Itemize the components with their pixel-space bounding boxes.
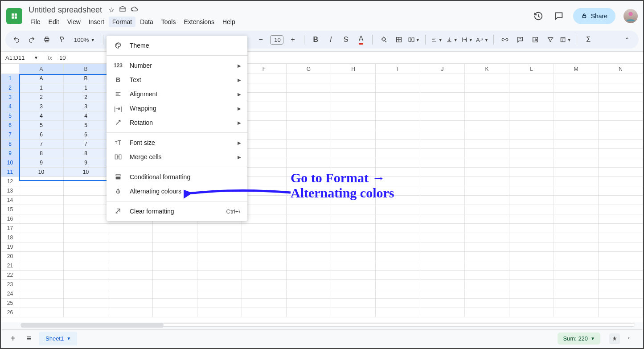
- fill-color-button[interactable]: [378, 34, 390, 45]
- cell[interactable]: [19, 205, 64, 214]
- cell[interactable]: [376, 261, 420, 271]
- cell[interactable]: [420, 83, 465, 93]
- cell[interactable]: [420, 261, 465, 271]
- cell[interactable]: [287, 93, 331, 102]
- cell[interactable]: [19, 299, 64, 308]
- cell[interactable]: [331, 289, 376, 299]
- cell[interactable]: [554, 261, 599, 271]
- cell[interactable]: [331, 242, 376, 252]
- cell[interactable]: 3: [64, 102, 108, 111]
- cell[interactable]: [242, 242, 287, 252]
- cell[interactable]: [599, 271, 643, 280]
- cell[interactable]: [376, 83, 420, 93]
- cell[interactable]: 10: [64, 168, 108, 177]
- cell[interactable]: [242, 299, 287, 308]
- cell[interactable]: [331, 74, 376, 83]
- row-header-23[interactable]: 23: [1, 280, 19, 289]
- cell[interactable]: 9: [64, 158, 108, 168]
- cell[interactable]: [64, 308, 108, 317]
- cell[interactable]: [197, 299, 242, 308]
- cell[interactable]: [509, 233, 554, 242]
- cell[interactable]: [465, 271, 509, 280]
- cell[interactable]: [599, 130, 643, 140]
- cell[interactable]: [509, 214, 554, 224]
- cell[interactable]: [242, 224, 287, 233]
- column-header-K[interactable]: K: [465, 64, 509, 74]
- cell[interactable]: [242, 102, 287, 111]
- menu-item-merge-cells[interactable]: Merge cells▶: [107, 150, 247, 164]
- filter-views-button[interactable]: ▼: [560, 34, 571, 45]
- cell[interactable]: [331, 280, 376, 289]
- menu-format[interactable]: Format: [109, 16, 135, 27]
- cell[interactable]: [287, 149, 331, 158]
- font-size-increase[interactable]: +: [287, 34, 299, 45]
- explore-button[interactable]: [609, 333, 620, 344]
- cell[interactable]: [331, 83, 376, 93]
- cell[interactable]: [554, 121, 599, 130]
- cell[interactable]: [554, 93, 599, 102]
- cell[interactable]: [509, 83, 554, 93]
- cell[interactable]: [153, 280, 197, 289]
- cell[interactable]: [242, 149, 287, 158]
- cell[interactable]: [331, 233, 376, 242]
- redo-button[interactable]: [26, 34, 37, 45]
- cell[interactable]: [376, 233, 420, 242]
- cell[interactable]: [108, 242, 153, 252]
- insert-chart-button[interactable]: [529, 34, 541, 45]
- cell[interactable]: [509, 289, 554, 299]
- cell[interactable]: [465, 83, 509, 93]
- cell[interactable]: [465, 121, 509, 130]
- quick-sum-pill[interactable]: Sum: 220 ▼: [558, 333, 600, 345]
- functions-button[interactable]: Σ: [582, 34, 594, 45]
- cell[interactable]: [509, 299, 554, 308]
- cell[interactable]: [599, 111, 643, 121]
- cell[interactable]: [376, 158, 420, 168]
- cell[interactable]: [287, 224, 331, 233]
- cell[interactable]: [420, 280, 465, 289]
- cell[interactable]: [465, 177, 509, 186]
- menu-item-number[interactable]: 123Number▶: [107, 58, 247, 73]
- cell[interactable]: [599, 261, 643, 271]
- row-header-19[interactable]: 19: [1, 242, 19, 252]
- merge-cells-button[interactable]: ▼: [408, 34, 420, 45]
- cell[interactable]: [599, 93, 643, 102]
- cell[interactable]: B: [64, 74, 108, 83]
- cell[interactable]: [331, 168, 376, 177]
- cell[interactable]: [287, 205, 331, 214]
- collapse-toolbar-button[interactable]: ⌃: [621, 33, 633, 46]
- cell[interactable]: [64, 261, 108, 271]
- menu-item-font-size[interactable]: TTFont size▶: [107, 135, 247, 150]
- cell[interactable]: [376, 111, 420, 121]
- cell[interactable]: [64, 205, 108, 214]
- menu-data[interactable]: Data: [136, 16, 157, 27]
- cell[interactable]: [197, 271, 242, 280]
- cell[interactable]: [331, 224, 376, 233]
- row-header-5[interactable]: 5: [1, 111, 19, 121]
- cell[interactable]: [509, 93, 554, 102]
- cell[interactable]: 6: [64, 130, 108, 140]
- cell[interactable]: [420, 196, 465, 205]
- menu-view[interactable]: View: [64, 16, 84, 27]
- undo-button[interactable]: [11, 34, 22, 45]
- cell[interactable]: [376, 308, 420, 317]
- cell[interactable]: [599, 205, 643, 214]
- cell[interactable]: [554, 74, 599, 83]
- cell[interactable]: [242, 289, 287, 299]
- cell[interactable]: [420, 121, 465, 130]
- row-header-1[interactable]: 1: [1, 74, 19, 83]
- borders-button[interactable]: [393, 34, 405, 45]
- cell[interactable]: 9: [19, 158, 64, 168]
- cell[interactable]: [64, 186, 108, 196]
- column-header-B[interactable]: B: [64, 64, 108, 74]
- filter-button[interactable]: [545, 34, 556, 45]
- cell[interactable]: [64, 280, 108, 289]
- row-header-13[interactable]: 13: [1, 186, 19, 196]
- font-size-input[interactable]: 10: [270, 35, 283, 45]
- cell[interactable]: [108, 271, 153, 280]
- cell[interactable]: [420, 158, 465, 168]
- row-header-10[interactable]: 10: [1, 158, 19, 168]
- cell[interactable]: [420, 111, 465, 121]
- cell[interactable]: [465, 158, 509, 168]
- paint-format-button[interactable]: [56, 34, 68, 45]
- cell[interactable]: [242, 168, 287, 177]
